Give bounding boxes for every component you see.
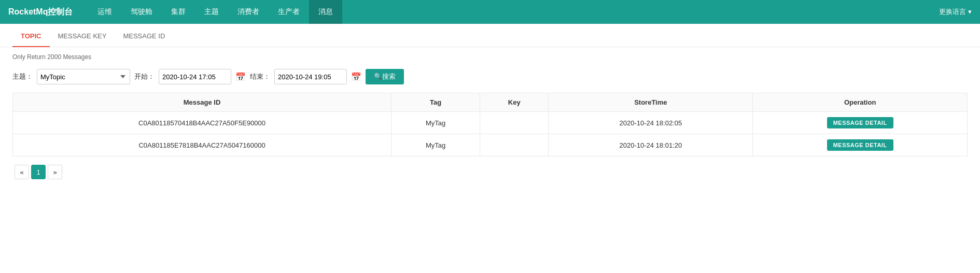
tabs-bar: TOPIC MESSAGE KEY MESSAGE ID xyxy=(0,26,980,47)
notice-text: Only Return 2000 Messages xyxy=(12,53,968,61)
nav-item-yunwei[interactable]: 运维 xyxy=(88,0,121,24)
col-header-tag: Tag xyxy=(391,93,480,112)
col-header-key: Key xyxy=(480,93,549,112)
cell-tag-2: MyTag xyxy=(391,134,480,156)
tab-message-id[interactable]: MESSAGE ID xyxy=(115,26,173,47)
cell-operation-1: MESSAGE DETAIL xyxy=(753,112,968,134)
tab-message-key[interactable]: MESSAGE KEY xyxy=(50,26,115,47)
topic-select[interactable]: MyTopic xyxy=(37,69,130,84)
pagination: « 1 » xyxy=(12,165,968,179)
search-form: 主题： MyTopic 开始： 📅 结束： 📅 🔍搜索 xyxy=(12,69,968,84)
col-header-operation: Operation xyxy=(753,93,968,112)
cell-key-1 xyxy=(480,112,549,134)
pagination-prev[interactable]: « xyxy=(15,165,29,179)
start-label: 开始： xyxy=(134,72,155,81)
tab-topic[interactable]: TOPIC xyxy=(12,26,50,47)
nav-item-jiqun[interactable]: 集群 xyxy=(162,0,195,24)
pagination-page-1[interactable]: 1 xyxy=(31,165,46,179)
start-calendar-icon[interactable]: 📅 xyxy=(235,72,246,82)
cell-message-id-2: C0A801185E7818B4AAC27A5047160000 xyxy=(13,134,391,156)
top-navigation: RocketMq控制台 运维 驾驶舱 集群 主题 消费者 生产者 消息 更换语言… xyxy=(0,0,980,24)
messages-table: Message ID Tag Key StoreTime Operation C… xyxy=(12,93,968,156)
cell-store-time-1: 2020-10-24 18:02:05 xyxy=(549,112,753,134)
topic-label: 主题： xyxy=(12,72,33,81)
page-content: Only Return 2000 Messages 主题： MyTopic 开始… xyxy=(0,47,980,185)
start-date-input[interactable] xyxy=(159,69,231,84)
brand-logo: RocketMq控制台 xyxy=(8,7,73,18)
cell-tag-1: MyTag xyxy=(391,112,480,134)
nav-item-shengchanzhe[interactable]: 生产者 xyxy=(269,0,309,24)
table-row: C0A80118570418B4AAC27A50F5E90000 MyTag 2… xyxy=(13,112,968,134)
nav-item-xiaoxi[interactable]: 消息 xyxy=(309,0,342,24)
nav-items: 运维 驾驶舱 集群 主题 消费者 生产者 消息 xyxy=(88,0,939,24)
end-calendar-icon[interactable]: 📅 xyxy=(351,72,361,82)
col-header-message-id: Message ID xyxy=(13,93,391,112)
col-header-store-time: StoreTime xyxy=(549,93,753,112)
cell-operation-2: MESSAGE DETAIL xyxy=(753,134,968,156)
nav-item-jiashicang[interactable]: 驾驶舱 xyxy=(121,0,162,24)
cell-key-2 xyxy=(480,134,549,156)
cell-message-id-1: C0A80118570418B4AAC27A50F5E90000 xyxy=(13,112,391,134)
message-detail-button-2[interactable]: MESSAGE DETAIL xyxy=(827,139,893,151)
cell-store-time-2: 2020-10-24 18:01:20 xyxy=(549,134,753,156)
pagination-next[interactable]: » xyxy=(48,165,62,179)
end-date-input[interactable] xyxy=(274,69,347,84)
table-row: C0A801185E7818B4AAC27A5047160000 MyTag 2… xyxy=(13,134,968,156)
nav-item-zhuti[interactable]: 主题 xyxy=(195,0,228,24)
language-switcher[interactable]: 更换语言 ▾ xyxy=(939,7,972,17)
nav-item-xiaofeizhe[interactable]: 消费者 xyxy=(228,0,269,24)
message-detail-button-1[interactable]: MESSAGE DETAIL xyxy=(827,117,893,128)
end-label: 结束： xyxy=(250,72,270,81)
search-button[interactable]: 🔍搜索 xyxy=(366,69,404,84)
